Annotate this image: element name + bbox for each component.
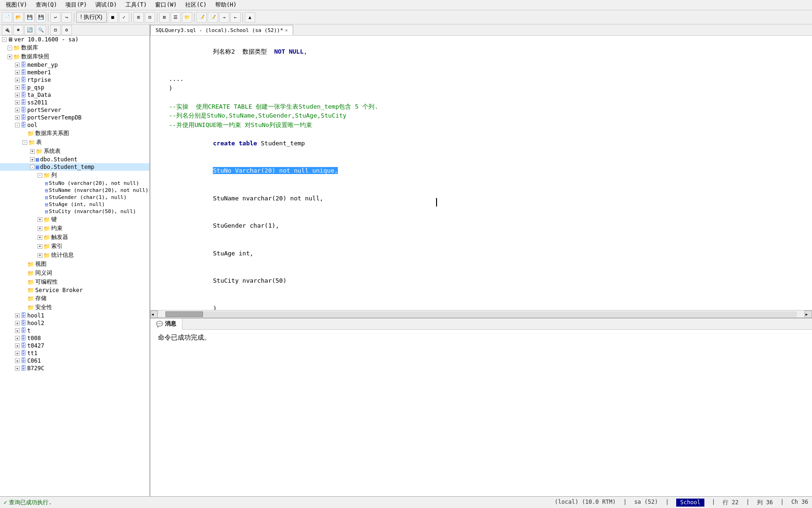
tables-expand[interactable]: - xyxy=(23,140,27,145)
hscroll-left-btn[interactable]: ◂ xyxy=(150,310,158,318)
ool-expand[interactable]: - xyxy=(15,123,20,127)
refresh-btn[interactable]: 🔄 xyxy=(24,25,35,35)
sidebar-item-portserver[interactable]: + 🗄 portServer xyxy=(0,106,149,114)
sidebar-item-tables[interactable]: - 📁 表 xyxy=(0,138,149,147)
sidebar-item-synonyms[interactable]: 📁 同义词 xyxy=(0,269,149,278)
sidebar-item-pqsp[interactable]: + 🗄 p_qsp xyxy=(0,84,149,91)
hool1-expand[interactable]: + xyxy=(15,313,20,318)
save-btn[interactable]: 💾 xyxy=(24,12,35,23)
sidebar-item-t0427[interactable]: + 🗄 t0427 xyxy=(0,342,149,349)
results-to-text[interactable]: ☰ xyxy=(171,12,181,23)
editor-area[interactable]: 列名称2 数据类型 NOT NULL, .... ) xyxy=(150,36,812,310)
member-yp-expand[interactable]: + xyxy=(15,63,20,67)
rtprise-expand[interactable]: + xyxy=(15,78,20,82)
constraints-expand[interactable]: + xyxy=(38,226,42,231)
b729c-expand[interactable]: + xyxy=(15,366,20,371)
portserver-expand[interactable]: + xyxy=(15,108,20,112)
keys-expand[interactable]: + xyxy=(38,217,42,222)
redo-btn[interactable]: ↪ xyxy=(62,12,72,23)
sidebar-item-tt1[interactable]: + 🗄 tt1 xyxy=(0,349,149,357)
sidebar-item-db-diagram[interactable]: 📁 数据库关系图 xyxy=(0,129,149,138)
sidebar-item-dbo-student[interactable]: + ▦ dbo.Student xyxy=(0,156,149,163)
snapshots-expand[interactable]: + xyxy=(8,55,12,59)
sidebar-item-t008[interactable]: + 🗄 t008 xyxy=(0,334,149,342)
query-tab[interactable]: SQLQuery3.sql - (local).School (sa (52))… xyxy=(150,25,293,35)
open-btn[interactable]: 📂 xyxy=(13,12,23,23)
menu-item-community[interactable]: 社区(C) xyxy=(181,0,211,10)
new-query-btn[interactable]: 📄 xyxy=(2,12,12,23)
sidebar-item-storage[interactable]: 📁 存储 xyxy=(0,294,149,303)
results-tab-messages[interactable]: 💬 消息 xyxy=(150,318,182,330)
uncomment[interactable]: 📝 xyxy=(208,12,218,23)
server-expand-icon[interactable]: - xyxy=(2,37,7,42)
stop-btn[interactable]: ■ xyxy=(108,12,118,23)
menu-item-help[interactable]: 帮助(H) xyxy=(211,0,241,10)
outdent-btn[interactable]: ← xyxy=(230,12,241,23)
collapse-btn[interactable]: ⊟ xyxy=(50,25,61,35)
ss2011-expand[interactable]: + xyxy=(15,100,20,105)
ta-data-expand[interactable]: + xyxy=(15,93,20,97)
save-all-btn[interactable]: 💾 xyxy=(36,12,46,23)
connect-btn[interactable]: 🔌 xyxy=(2,25,12,35)
indexes-expand[interactable]: + xyxy=(38,244,42,249)
t-expand[interactable]: + xyxy=(15,328,20,333)
sidebar-item-views[interactable]: 📁 视图 xyxy=(0,260,149,269)
c061-expand[interactable]: + xyxy=(15,358,20,363)
properties-btn[interactable]: ⚙ xyxy=(62,25,72,35)
indent-btn[interactable]: → xyxy=(219,12,229,23)
sidebar-item-databases[interactable]: - 📁 数据库 xyxy=(0,43,149,52)
sidebar-item-stuage[interactable]: ▤ StuAge (int, null) xyxy=(0,201,149,208)
sidebar-item-indexes[interactable]: + 📁 索引 xyxy=(0,242,149,251)
sidebar-item-hool1[interactable]: + 🗄 hool1 xyxy=(0,312,149,319)
sidebar-item-columns-folder[interactable]: - 📁 列 xyxy=(0,171,149,180)
portservertempdb-expand[interactable]: + xyxy=(15,115,20,120)
comment-out[interactable]: 📝 xyxy=(196,12,207,23)
sidebar-item-portservertempdb[interactable]: + 🗄 portServerTempDB xyxy=(0,114,149,121)
undo-btn[interactable]: ↩ xyxy=(50,12,61,23)
include-actual-plan[interactable]: ⊞ xyxy=(133,12,144,23)
sidebar-item-stuno[interactable]: ▤ StuNo (varchar(20), not null) xyxy=(0,180,149,187)
triggers-expand[interactable]: + xyxy=(38,235,42,240)
hool2-expand[interactable]: + xyxy=(15,321,20,325)
disconnect-btn[interactable]: ✖ xyxy=(13,25,23,35)
sidebar-item-constraints[interactable]: + 📁 约束 xyxy=(0,224,149,233)
menu-item-tools[interactable]: 工具(T) xyxy=(122,0,151,10)
sidebar-item-security[interactable]: 📁 安全性 xyxy=(0,303,149,312)
sidebar-item-stucity[interactable]: ▤ StuCity (nvarchar(50), null) xyxy=(0,208,149,215)
databases-expand[interactable]: - xyxy=(8,46,12,50)
execute-button[interactable]: ! 执行(X) xyxy=(76,12,107,23)
left-panel-scroll[interactable]: - 🖥 ver 10.0.1600 - sa) - 📁 数据库 + 📁 数据库快… xyxy=(0,36,149,496)
sidebar-item-ss2011[interactable]: + 🗄 ss2011 xyxy=(0,99,149,106)
sidebar-item-statistics[interactable]: + 📁 统计信息 xyxy=(0,251,149,260)
t0427-expand[interactable]: + xyxy=(15,343,20,348)
sidebar-item-c061[interactable]: + 🗄 C061 xyxy=(0,357,149,365)
tab-close-btn[interactable]: × xyxy=(285,28,288,33)
member1-expand[interactable]: + xyxy=(15,70,20,75)
menu-item-project[interactable]: 项目(P) xyxy=(62,0,91,10)
results-to-file[interactable]: 📁 xyxy=(182,12,192,23)
editor-scroll[interactable]: 列名称2 数据类型 NOT NULL, .... ) xyxy=(150,36,812,310)
dbo-student-expand[interactable]: + xyxy=(30,157,35,162)
sidebar-item-programmability[interactable]: 📁 可编程性 xyxy=(0,278,149,286)
statistics-expand[interactable]: + xyxy=(38,253,42,258)
specify-values[interactable]: ▲ xyxy=(245,12,255,23)
menu-item-view[interactable]: 视图(V) xyxy=(2,0,31,10)
dbo-student-temp-expand[interactable]: - xyxy=(30,165,35,169)
hscroll-right-btn[interactable]: ▸ xyxy=(804,310,812,318)
t008-expand[interactable]: + xyxy=(15,336,20,341)
columns-folder-expand[interactable]: - xyxy=(38,173,42,178)
sidebar-item-service-broker[interactable]: 📁 Service Broker xyxy=(0,286,149,294)
sidebar-item-hool2[interactable]: + 🗄 hool2 xyxy=(0,319,149,327)
hscroll-thumb[interactable] xyxy=(165,311,203,317)
sidebar-item-ool[interactable]: - 🗄 ool xyxy=(0,121,149,129)
hscroll-track[interactable] xyxy=(165,311,797,317)
sidebar-item-rtprise[interactable]: + 🗄 rtprise xyxy=(0,76,149,84)
sidebar-item-stuname[interactable]: ▤ StuName (nvarchar(20), not null) xyxy=(0,187,149,194)
sidebar-item-keys[interactable]: + 📁 键 xyxy=(0,215,149,224)
parse-btn[interactable]: ✓ xyxy=(119,12,129,23)
sidebar-item-b729c[interactable]: + 🗄 B729C xyxy=(0,365,149,372)
menu-item-query[interactable]: 查询(Q) xyxy=(32,0,61,10)
sidebar-item-dbo-student-temp[interactable]: - ▦ dbo.Student_temp xyxy=(0,163,149,171)
filter-btn[interactable]: 🔍 xyxy=(36,25,46,35)
sidebar-item-snapshots[interactable]: + 📁 数据库快照 xyxy=(0,52,149,61)
